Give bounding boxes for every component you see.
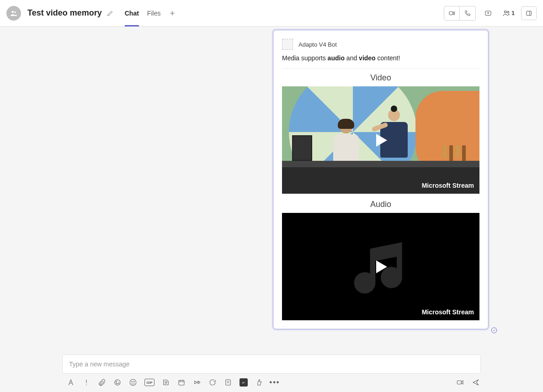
chat-title: Test video memory	[27, 8, 102, 18]
sticker-icon[interactable]	[162, 378, 170, 387]
open-panel-button[interactable]	[521, 6, 537, 20]
message-input[interactable]	[62, 355, 481, 374]
more-actions-icon[interactable]: •••	[271, 378, 279, 387]
call-buttons	[444, 6, 476, 21]
header-actions: 1	[444, 6, 537, 21]
audio-media-block[interactable]: Microsoft Stream	[282, 213, 479, 320]
card-header: Adapto V4 Bot	[282, 39, 479, 50]
text-bold: video	[359, 54, 376, 62]
svg-point-4	[505, 11, 507, 13]
chat-avatar-icon	[6, 6, 21, 21]
svg-point-13	[134, 381, 135, 382]
audio-source-label: Microsoft Stream	[422, 308, 474, 316]
video-source-label: Microsoft Stream	[422, 182, 474, 189]
header-tabs: Chat Files	[125, 0, 176, 26]
svg-rect-2	[449, 11, 453, 15]
add-tab-icon[interactable]	[169, 10, 176, 17]
video-call-button[interactable]	[444, 6, 460, 20]
compose-toolbar: GIF •••	[62, 374, 481, 387]
share-screen-button[interactable]	[480, 6, 496, 20]
play-icon[interactable]	[370, 256, 392, 278]
loop-icon[interactable]	[113, 378, 122, 387]
attach-icon[interactable]	[98, 378, 106, 387]
svg-point-5	[507, 11, 509, 13]
card-body-text: Media supports audio and video content!	[282, 54, 479, 69]
svg-point-11	[130, 379, 136, 386]
svg-point-0	[12, 11, 14, 13]
gif-icon[interactable]: GIF	[144, 379, 154, 386]
message-row: Adapto V4 Bot Media supports audio and v…	[0, 30, 543, 329]
text-bold: audio	[328, 54, 345, 62]
format-icon[interactable]	[67, 378, 75, 387]
bot-name: Adapto V4 Bot	[298, 41, 337, 48]
compose-area: GIF •••	[0, 353, 543, 392]
viva-icon[interactable]	[224, 378, 232, 387]
tab-files[interactable]: Files	[147, 0, 161, 26]
sent-status-icon	[491, 327, 497, 334]
priority-icon[interactable]	[82, 378, 90, 387]
chat-messages-area: Adapto V4 Bot Media supports audio and v…	[0, 26, 543, 353]
video-section-title: Video	[282, 69, 479, 86]
participants-button[interactable]: 1	[500, 9, 516, 17]
edit-title-icon[interactable]	[106, 10, 114, 17]
send-button[interactable]	[472, 378, 480, 387]
box-app-icon[interactable]	[240, 378, 248, 387]
audio-call-button[interactable]	[460, 6, 475, 20]
svg-rect-16	[179, 381, 184, 386]
svg-point-12	[132, 381, 133, 382]
svg-point-15	[166, 382, 167, 383]
text-segment: Media supports	[282, 54, 328, 62]
tab-chat[interactable]: Chat	[125, 0, 139, 26]
stream-icon[interactable]	[193, 378, 201, 387]
schedule-icon[interactable]	[177, 378, 186, 387]
svg-point-14	[165, 382, 166, 383]
chat-header: Test video memory Chat Files 1	[0, 0, 543, 26]
praise-icon[interactable]	[255, 378, 263, 387]
bot-avatar-icon	[282, 39, 293, 50]
text-segment: content!	[376, 54, 400, 62]
svg-point-1	[14, 11, 16, 13]
participants-count: 1	[511, 10, 515, 16]
svg-rect-6	[527, 11, 532, 15]
svg-point-9	[491, 328, 497, 333]
svg-rect-17	[226, 380, 231, 385]
emoji-icon[interactable]	[129, 378, 137, 387]
text-segment: and	[345, 54, 359, 62]
approvals-icon[interactable]	[208, 378, 217, 387]
svg-point-10	[115, 380, 120, 385]
svg-rect-18	[457, 381, 461, 384]
video-media-block[interactable]: Microsoft Stream	[282, 86, 479, 194]
play-icon[interactable]	[370, 129, 392, 151]
audio-section-title: Audio	[282, 195, 479, 213]
adaptive-card[interactable]: Adapto V4 Bot Media supports audio and v…	[273, 30, 488, 329]
video-clip-icon[interactable]	[456, 378, 464, 387]
